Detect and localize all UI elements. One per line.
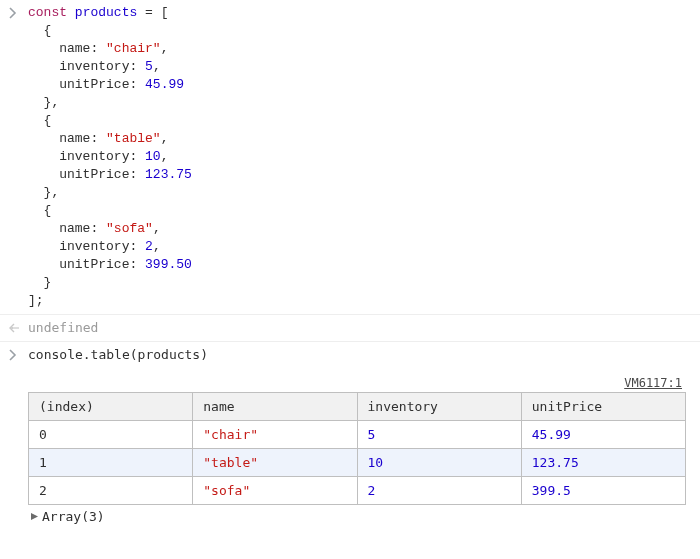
- table-row[interactable]: 2 "sofa" 2 399.5: [29, 477, 686, 505]
- cell-name: "table": [193, 449, 357, 477]
- table-header-unitprice[interactable]: unitPrice: [521, 393, 685, 421]
- code-const-products: const products = [ { name: "chair", inve…: [28, 4, 686, 310]
- array-summary-text: Array(3): [42, 509, 105, 524]
- cell-inventory: 10: [357, 449, 521, 477]
- cell-inventory: 5: [357, 421, 521, 449]
- console-table: (index) name inventory unitPrice 0 "chai…: [28, 392, 686, 505]
- cell-index: 1: [29, 449, 193, 477]
- table-header-row: (index) name inventory unitPrice: [29, 393, 686, 421]
- console-result-entry: undefined: [0, 315, 700, 342]
- cell-index: 0: [29, 421, 193, 449]
- cell-unitprice: 399.5: [521, 477, 685, 505]
- console-input-entry: const products = [ { name: "chair", inve…: [0, 0, 700, 315]
- console-input-content[interactable]: const products = [ { name: "chair", inve…: [28, 4, 700, 310]
- cell-unitprice: 45.99: [521, 421, 685, 449]
- disclosure-triangle-icon: [28, 512, 40, 521]
- result-undefined: undefined: [28, 319, 686, 337]
- table-header-name[interactable]: name: [193, 393, 357, 421]
- result-icon: [8, 319, 28, 334]
- input-prompt-icon: [8, 4, 28, 19]
- table-row[interactable]: 1 "table" 10 123.75: [29, 449, 686, 477]
- console-input-content[interactable]: console.table(products): [28, 346, 700, 364]
- console-input-entry: console.table(products): [0, 342, 700, 368]
- input-prompt-icon: [8, 346, 28, 361]
- cell-name: "chair": [193, 421, 357, 449]
- cell-index: 2: [29, 477, 193, 505]
- table-header-index[interactable]: (index): [29, 393, 193, 421]
- table-header-inventory[interactable]: inventory: [357, 393, 521, 421]
- code-console-table: console.table(products): [28, 346, 686, 364]
- cell-name: "sofa": [193, 477, 357, 505]
- console-table-output: VM6117:1 (index) name inventory unitPric…: [0, 368, 700, 524]
- cell-inventory: 2: [357, 477, 521, 505]
- array-summary[interactable]: Array(3): [28, 509, 686, 524]
- table-row[interactable]: 0 "chair" 5 45.99: [29, 421, 686, 449]
- source-link[interactable]: VM6117:1: [28, 376, 686, 390]
- cell-unitprice: 123.75: [521, 449, 685, 477]
